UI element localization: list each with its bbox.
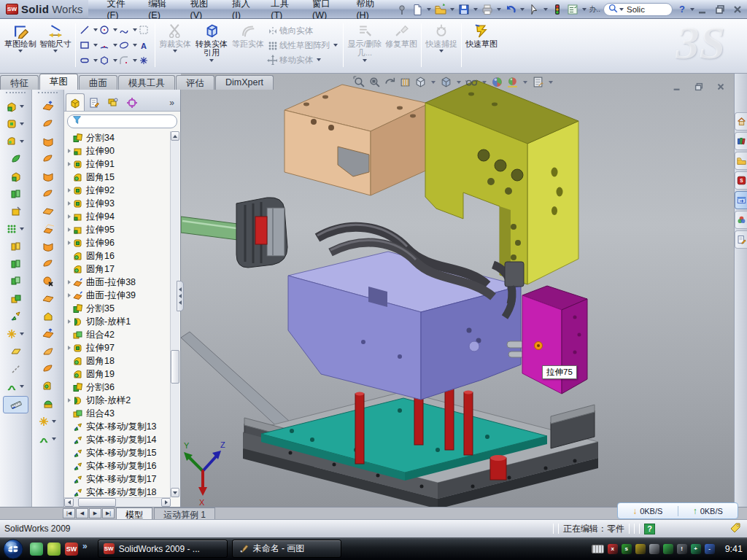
smart-dimension-button[interactable]: 智能尺寸 [38,20,73,70]
doc-close-icon[interactable] [713,79,728,94]
input-language-icon[interactable] [592,545,604,553]
replace-face-icon[interactable] [32,290,63,308]
tree-filter-input[interactable] [67,114,177,128]
polygon-icon[interactable] [99,55,109,66]
expand-arrow-icon[interactable] [66,149,73,153]
arc-icon[interactable] [99,40,109,50]
expand-arrow-icon[interactable] [66,228,73,232]
tree-item-25[interactable]: 实体-移动/复制16 [64,459,171,472]
tree-item-15[interactable]: 组合42 [64,328,171,341]
sketch-button-dropdown[interactable] [18,50,23,52]
overflow-label[interactable]: 办.. [589,4,600,15]
pattern-box-icon[interactable] [139,25,149,35]
slot-icon-dropdown[interactable] [93,59,98,62]
extend-surface-icon[interactable] [32,325,63,343]
tree-item-0[interactable]: 分割34 [64,131,171,144]
planar-surface-icon[interactable] [32,203,63,220]
extruded-boss-icon-dropdown[interactable] [20,105,24,108]
solidworks-resources-tab[interactable]: S [735,171,747,190]
scroll-up-icon[interactable] [171,131,179,141]
ellipse-icon-dropdown[interactable] [133,44,137,47]
tree-horizontal-scrollbar[interactable] [64,497,171,507]
sketch-text-icon[interactable]: A [139,40,149,50]
view-orientation-icon-dropdown[interactable] [431,81,436,84]
pin-icon[interactable] [395,2,409,17]
quick-tips-icon[interactable]: ? [644,524,655,534]
antivirus-tray-icon[interactable]: s [622,544,632,554]
reference-geometry-2-icon-dropdown[interactable] [52,420,56,423]
network-warning-tray-icon[interactable]: ! [677,544,687,554]
slot-icon[interactable] [80,55,90,66]
filled-surface-icon[interactable] [32,185,63,203]
file-explorer-tab[interactable] [735,152,747,170]
taskbar-window-0[interactable]: SWSolidWorks 2009 - ... [98,540,228,558]
rapid-sketch-button[interactable]: 快速草图 [464,20,499,70]
search-dropdown-icon[interactable] [619,8,624,11]
tree-item-22[interactable]: 实体-移动/复制13 [64,420,171,433]
smart-dimension-button-dropdown[interactable] [53,50,58,52]
ruled-surface-icon[interactable] [32,255,63,273]
part-mold-block[interactable] [288,252,529,400]
point-icon[interactable] [139,55,149,66]
scrollbar-thumb[interactable] [171,350,179,384]
display-style-icon[interactable] [440,76,452,88]
taskbar-clock[interactable]: 9:41 [725,544,743,554]
open-icon-dropdown[interactable] [450,8,454,11]
line-icon-dropdown[interactable] [93,28,98,31]
tree-item-20[interactable]: 切除-放样2 [64,394,171,407]
edit-appearance-icon[interactable] [491,76,503,88]
save-icon[interactable] [457,2,471,17]
circle-icon[interactable] [99,25,109,35]
expand-arrow-icon[interactable] [66,280,73,284]
taskbar-window-1[interactable]: 未命名 - 画图 [232,540,341,558]
scrollbar-thumb[interactable] [78,498,116,507]
tree-item-6[interactable]: 拉伸94 [64,210,171,223]
new-document-icon[interactable] [410,2,425,17]
apply-scene-icon[interactable] [506,76,519,88]
move-copy-body-icon[interactable] [0,308,31,325]
help-icon[interactable]: ? [676,2,689,17]
boundary-boss-icon[interactable] [0,185,31,203]
sync-blocked-tray-icon[interactable]: - [705,544,715,554]
pattern-icon-dropdown[interactable] [20,228,24,230]
new-document-icon-dropdown[interactable] [427,8,431,11]
select-icon[interactable] [527,2,541,17]
spline-icon-dropdown[interactable] [133,28,137,31]
tree-item-24[interactable]: 实体-移动/复制15 [64,446,171,459]
expand-arrow-icon[interactable] [66,241,73,245]
tab-模具工具[interactable]: 模具工具 [118,75,175,90]
wrap-icon[interactable] [0,203,31,220]
model-view[interactable]: Y Z X [181,74,734,507]
pattern-icon[interactable] [0,220,31,238]
tree-item-27[interactable]: 实体-移动/复制18 [64,486,171,497]
security-alert-tray-icon[interactable]: x [608,544,618,554]
boundary-surface-icon[interactable] [32,168,63,185]
spline-surface-icon-dropdown[interactable] [52,438,56,440]
tree-item-4[interactable]: 拉伸92 [64,184,171,197]
featuremanager-tab[interactable] [66,93,85,111]
circle-icon-dropdown[interactable] [113,28,117,31]
apply-scene-icon-dropdown[interactable] [523,81,527,84]
print-icon-dropdown[interactable] [497,8,501,11]
swept-surface-icon[interactable] [32,133,63,150]
start-button[interactable] [2,538,24,560]
print-icon[interactable] [480,2,495,17]
tree-vertical-scrollbar[interactable] [170,131,179,497]
helix-icon[interactable] [0,378,31,395]
display-style-icon-dropdown[interactable] [457,81,461,84]
tree-item-8[interactable]: 拉伸96 [64,236,171,249]
combine-icon[interactable] [0,290,31,308]
antivirus-orb-icon[interactable] [47,542,61,556]
line-icon[interactable] [80,25,90,35]
tab-评估[interactable]: 评估 [176,75,214,90]
swept-boss-icon[interactable] [0,150,31,168]
panel-splitter-handle[interactable] [177,281,184,311]
open-icon[interactable] [433,2,448,17]
fillet-icon[interactable] [0,133,31,150]
reference-geometry-icon-dropdown[interactable] [20,332,24,335]
tree-item-11[interactable]: 曲面-拉伸38 [64,276,171,289]
part-sprue-bushing[interactable] [181,198,287,268]
arc-icon-dropdown[interactable] [113,44,117,47]
tree-item-17[interactable]: 圆角18 [64,354,171,368]
undo-icon[interactable] [503,2,518,17]
